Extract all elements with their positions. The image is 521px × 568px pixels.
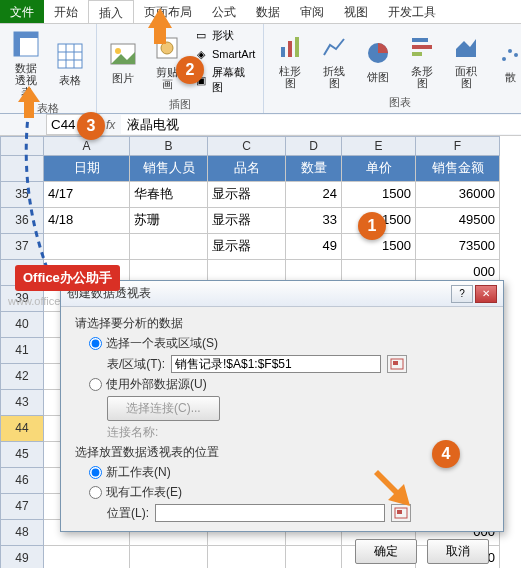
cell[interactable]: 73500 (416, 234, 500, 260)
row-header[interactable]: 42 (0, 364, 44, 390)
cell[interactable]: 49500 (416, 208, 500, 234)
cell[interactable] (130, 234, 208, 260)
row-header[interactable]: 46 (0, 468, 44, 494)
svg-point-21 (508, 49, 512, 53)
header-cell-D[interactable]: 数量 (286, 156, 342, 182)
cancel-button[interactable]: 取消 (427, 539, 489, 564)
ok-button[interactable]: 确定 (355, 539, 417, 564)
svg-point-22 (514, 53, 518, 57)
line-chart-icon (318, 31, 350, 63)
opt-select-range[interactable]: 选择一个表或区域(S) (89, 335, 218, 352)
tab-data[interactable]: 数据 (246, 0, 290, 23)
row-header[interactable]: 44 (0, 416, 44, 442)
dialog-close-button[interactable]: ✕ (475, 285, 497, 303)
arrow-to-insert-tab (140, 6, 180, 46)
svg-rect-12 (281, 47, 285, 57)
col-header-B[interactable]: B (130, 136, 208, 156)
callout-2: 2 (176, 56, 204, 84)
row-header[interactable]: 48 (0, 520, 44, 546)
bar-chart-button[interactable]: 条形图 (402, 26, 442, 94)
row-header[interactable]: 43 (0, 390, 44, 416)
pie-chart-icon (362, 37, 394, 69)
row-header[interactable]: 41 (0, 338, 44, 364)
col-header-D[interactable]: D (286, 136, 342, 156)
col-header-F[interactable]: F (416, 136, 500, 156)
row-header[interactable]: 49 (0, 546, 44, 568)
location-label: 位置(L): (107, 505, 149, 522)
dialog-help-button[interactable]: ? (451, 285, 473, 303)
dialog-titlebar[interactable]: 创建数据透视表 ? ✕ (61, 281, 503, 307)
bar-chart-icon (406, 31, 438, 63)
cell[interactable]: 显示器 (208, 182, 286, 208)
tab-review[interactable]: 审阅 (290, 0, 334, 23)
scatter-chart-button[interactable]: 散 (490, 26, 521, 94)
svg-rect-14 (295, 37, 299, 57)
row-header[interactable]: 47 (0, 494, 44, 520)
opt-external[interactable]: 使用外部数据源(U) (89, 376, 207, 393)
cell[interactable]: 36000 (416, 182, 500, 208)
opt-existing-sheet[interactable]: 现有工作表(E) (89, 484, 182, 501)
picture-icon (107, 38, 139, 70)
row-header[interactable]: 45 (0, 442, 44, 468)
ribbon-tabs: 文件 开始 插入 页面布局 公式 数据 审阅 视图 开发工具 (0, 0, 521, 24)
arrow-to-ok (368, 460, 418, 510)
opt-new-sheet[interactable]: 新工作表(N) (89, 464, 171, 481)
formula-input[interactable] (121, 115, 521, 134)
svg-rect-17 (412, 45, 432, 49)
tab-view[interactable]: 视图 (334, 0, 378, 23)
cell[interactable]: 1500 (342, 182, 416, 208)
picture-button[interactable]: 图片 (103, 26, 143, 96)
svg-point-9 (115, 48, 121, 54)
group-illust-label: 插图 (103, 96, 257, 113)
cell[interactable]: 显示器 (208, 208, 286, 234)
cell[interactable]: 24 (286, 182, 342, 208)
row-header[interactable]: 40 (0, 312, 44, 338)
location-input[interactable] (155, 504, 385, 522)
office-badge: Office办公助手 (15, 265, 120, 291)
radio-new-sheet[interactable] (89, 466, 102, 479)
arrow-to-pivot (12, 86, 46, 120)
table-button[interactable]: 表格 (50, 26, 90, 100)
col-header-E[interactable]: E (342, 136, 416, 156)
cell[interactable]: 33 (286, 208, 342, 234)
radio-select-range[interactable] (89, 337, 102, 350)
pie-chart-button[interactable]: 饼图 (358, 26, 398, 94)
range-input[interactable] (171, 355, 381, 373)
cell[interactable]: 苏珊 (130, 208, 208, 234)
svg-rect-13 (288, 41, 292, 57)
conn-name-label: 连接名称: (107, 424, 158, 441)
area-chart-button[interactable]: 面积图 (446, 26, 486, 94)
tab-dev[interactable]: 开发工具 (378, 0, 446, 23)
cell[interactable]: 49 (286, 234, 342, 260)
table-label: 表格 (59, 74, 81, 86)
tab-file[interactable]: 文件 (0, 0, 44, 23)
cell[interactable]: 显示器 (208, 234, 286, 260)
svg-marker-19 (456, 39, 476, 57)
cell[interactable]: 华春艳 (130, 182, 208, 208)
column-chart-button[interactable]: 柱形图 (270, 26, 310, 94)
header-cell-F[interactable]: 销售金额 (416, 156, 500, 182)
radio-external[interactable] (89, 378, 102, 391)
line-chart-button[interactable]: 折线图 (314, 26, 354, 94)
callout-3: 3 (77, 112, 105, 140)
svg-rect-2 (14, 32, 20, 56)
tab-formula[interactable]: 公式 (202, 0, 246, 23)
scatter-chart-icon (494, 37, 521, 69)
svg-rect-30 (397, 510, 402, 514)
choose-connection-button: 选择连接(C)... (107, 396, 220, 421)
column-chart-icon (274, 31, 306, 63)
radio-existing-sheet[interactable] (89, 486, 102, 499)
dialog-footer: 确定 取消 (61, 533, 503, 568)
shapes-button[interactable]: ▭形状 (191, 26, 257, 44)
tab-home[interactable]: 开始 (44, 0, 88, 23)
header-cell-B[interactable]: 销售人员 (130, 156, 208, 182)
header-cell-E[interactable]: 单价 (342, 156, 416, 182)
shapes-icon: ▭ (193, 27, 209, 43)
tab-insert[interactable]: 插入 (88, 0, 134, 23)
header-cell-C[interactable]: 品名 (208, 156, 286, 182)
group-charts: 柱形图 折线图 饼图 条形图 面积图 散 图表 (264, 24, 521, 113)
range-ref-button[interactable] (387, 355, 407, 373)
col-header-C[interactable]: C (208, 136, 286, 156)
dialog-body: 请选择要分析的数据 选择一个表或区域(S) 表/区域(T): 使用外部数据源(U… (61, 307, 503, 533)
callout-1: 1 (358, 212, 386, 240)
